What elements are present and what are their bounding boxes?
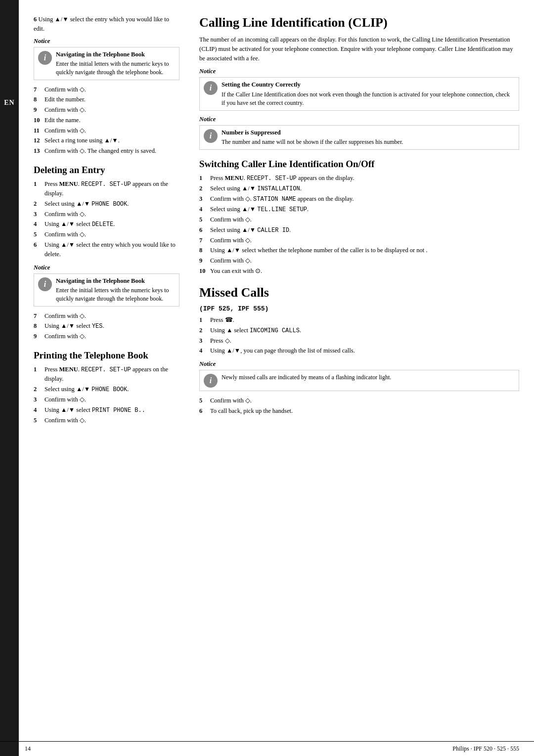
info-icon-1: i xyxy=(38,51,52,65)
left-column: 6 Using ▲/▼ select the entry which you w… xyxy=(34,15,192,741)
list-item: 10You can exit with ⊙. xyxy=(199,267,519,276)
notice-body-2: Enter the initial letters with the numer… xyxy=(56,286,175,303)
notice-title-1: Navigating in the Telephone Book xyxy=(56,50,175,59)
list-item: 8Using ▲/▼ select whether the telephone … xyxy=(199,246,519,255)
notice-label-missed: Notice xyxy=(199,360,519,368)
list-item: 2Select using ▲/▼ PHONE BOOK. xyxy=(34,385,179,394)
list-item: 6Select using ▲/▼ CALLER ID. xyxy=(199,225,519,235)
list-item: 1Press ☎. xyxy=(199,315,519,325)
language-label: EN xyxy=(4,99,14,107)
right-column: Calling Line Identification (CLIP) The n… xyxy=(192,15,519,741)
list-item: 4Select using ▲/▼ TEL.LINE SETUP. xyxy=(199,205,519,214)
printing-title: Printing the Telephone Book xyxy=(34,350,179,361)
list-item: 9Confirm with ◇. xyxy=(199,256,519,266)
list-item: 5Confirm with ◇. xyxy=(199,396,519,405)
list-item: 6To call back, pick up the handset. xyxy=(199,406,519,416)
notice-missed: Notice i Newly missed calls are indicate… xyxy=(199,360,519,391)
list-item: 9Confirm with ◇. xyxy=(34,105,179,115)
list-item: 7Confirm with ◇. xyxy=(34,311,179,321)
list-item: 3Confirm with ◇. xyxy=(34,210,179,219)
list-item: 11Confirm with ◇. xyxy=(34,126,179,135)
list-item: 2Select using ▲/▼ INSTALLATION. xyxy=(199,184,519,193)
notice-body-missed: Newly missed calls are indicated by mean… xyxy=(222,373,391,382)
notice-title-country: Setting the Country Correctly xyxy=(222,81,515,89)
list-item: 7Confirm with ◇. xyxy=(34,85,179,94)
list-item: 4Using ▲/▼ select DELETE. xyxy=(34,220,179,229)
page-number: 14 xyxy=(25,745,31,753)
list-item: 3Press ◇. xyxy=(199,336,519,346)
list-item: 3Confirm with ◇. xyxy=(34,395,179,404)
notice-body-country: If the Caller Line Identification does n… xyxy=(222,90,515,107)
list-item: 5Confirm with ◇. xyxy=(34,230,179,239)
notice-navigating-1: Notice i Navigating in the Telephone Boo… xyxy=(34,38,179,80)
notice-label-1: Notice xyxy=(34,38,179,45)
notice-title-suppressed: Number is Suppressed xyxy=(222,129,403,137)
sidebar: EN xyxy=(0,0,19,756)
missed-steps: 1Press ☎. 2Using ▲ select INCOMING CALLS… xyxy=(199,315,519,356)
notice-label-suppressed: Notice xyxy=(199,116,519,123)
list-item: 6Using ▲/▼ select the entry which you wo… xyxy=(34,240,179,259)
info-icon-missed: i xyxy=(204,374,218,388)
deleting-steps: 1Press MENU. RECEPT. SET-UP appears on t… xyxy=(34,179,179,259)
list-item: 8Edit the number. xyxy=(34,95,179,104)
notice-label-2: Notice xyxy=(34,264,179,271)
missed-steps-cont: 5Confirm with ◇. 6To call back, pick up … xyxy=(199,396,519,416)
deleting-steps-cont: 7Confirm with ◇. 8Using ▲/▼ select YES. … xyxy=(34,311,179,342)
list-item: 1Press MENU. RECEPT. SET-UP appears on t… xyxy=(34,365,179,384)
notice-country: Notice i Setting the Country Correctly I… xyxy=(199,68,519,110)
list-item: 3Confirm with ◇. STATION NAME appears on… xyxy=(199,194,519,204)
page: EN 6 Using ▲/▼ select the entry which yo… xyxy=(0,0,534,756)
list-item: 4Using ▲/▼, you can page through the lis… xyxy=(199,346,519,356)
notice-navigating-2: Notice i Navigating in the Telephone Boo… xyxy=(34,264,179,307)
list-item: 2Select using ▲/▼ PHONE BOOK. xyxy=(34,199,179,209)
info-icon-country: i xyxy=(204,81,218,95)
list-item: 12Select a ring tone using ▲/▼. xyxy=(34,136,179,145)
switching-steps: 1Press MENU. RECEPT. SET-UP appears on t… xyxy=(199,174,519,276)
clip-title: Calling Line Identification (CLIP) xyxy=(199,15,519,30)
list-item: 5Confirm with ◇. xyxy=(199,215,519,224)
list-item: 4Using ▲/▼ select PRINT PHONE B.. xyxy=(34,405,179,415)
list-item: 1Press MENU. RECEPT. SET-UP appears on t… xyxy=(199,174,519,183)
notice-title-2: Navigating in the Telephone Book xyxy=(56,277,175,286)
step-6-intro: 6 Using ▲/▼ select the entry which you w… xyxy=(34,15,179,34)
list-item: 10Edit the name. xyxy=(34,116,179,125)
missed-title: Missed Calls xyxy=(199,285,519,300)
clip-intro: The number of an incoming call appears o… xyxy=(199,35,519,63)
list-item: 5Confirm with ◇. xyxy=(34,416,179,425)
list-item: 8Using ▲/▼ select YES. xyxy=(34,321,179,331)
notice-body-1: Enter the initial letters with the numer… xyxy=(56,60,175,77)
ipf-label: (IPF 525, IPF 555) xyxy=(199,305,519,312)
info-icon-2: i xyxy=(38,277,52,291)
footer: 14 Philips · IPF 520 · 525 · 555 xyxy=(0,741,534,756)
list-item: 13Confirm with ◇. The changed entry is s… xyxy=(34,146,179,156)
list-item: 2Using ▲ select INCOMING CALLS. xyxy=(199,326,519,335)
list-item: 1Press MENU. RECEPT. SET-UP appears on t… xyxy=(34,179,179,198)
notice-suppressed: Notice i Number is Suppressed The number… xyxy=(199,116,519,150)
deleting-title: Deleting an Entry xyxy=(34,165,179,176)
content-area: 6 Using ▲/▼ select the entry which you w… xyxy=(19,0,534,756)
list-item: 7Confirm with ◇. xyxy=(199,236,519,245)
switching-title: Switching Caller Line Identifica­tion On… xyxy=(199,159,519,170)
notice-label-country: Notice xyxy=(199,68,519,75)
info-icon-suppressed: i xyxy=(204,129,218,143)
list-item: 9Confirm with ◇. xyxy=(34,332,179,341)
printing-steps: 1Press MENU. RECEPT. SET-UP appears on t… xyxy=(34,365,179,425)
notice-body-suppressed: The number and name will not be shown if… xyxy=(222,138,403,146)
product-info: Philips · IPF 520 · 525 · 555 xyxy=(452,745,519,753)
steps-7-13: 7Confirm with ◇. 8Edit the number. 9Conf… xyxy=(34,85,179,156)
